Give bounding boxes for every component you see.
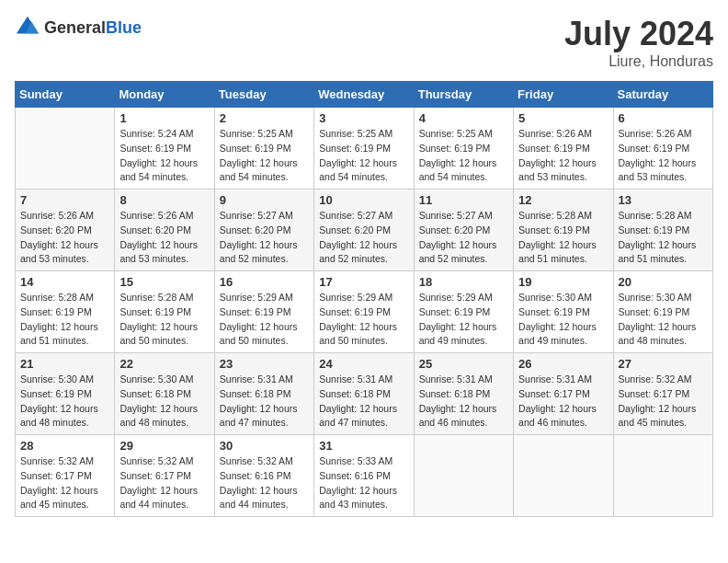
- day-number: 30: [220, 439, 309, 453]
- day-number: 22: [119, 357, 209, 371]
- day-info: Sunrise: 5:32 AM Sunset: 6:17 PM Dayligh…: [20, 454, 109, 512]
- day-number: 2: [220, 111, 309, 125]
- calendar-cell: 27Sunrise: 5:32 AM Sunset: 6:17 PM Dayli…: [613, 353, 712, 435]
- calendar-cell: [16, 108, 115, 190]
- day-number: 19: [518, 275, 608, 289]
- day-number: 20: [619, 275, 708, 289]
- calendar-cell: 11Sunrise: 5:27 AM Sunset: 6:20 PM Dayli…: [414, 190, 513, 271]
- logo-blue: Blue: [106, 18, 142, 37]
- day-info: Sunrise: 5:27 AM Sunset: 6:20 PM Dayligh…: [220, 209, 309, 267]
- day-info: Sunrise: 5:26 AM Sunset: 6:20 PM Dayligh…: [119, 209, 209, 267]
- calendar-cell: 28Sunrise: 5:32 AM Sunset: 6:17 PM Dayli…: [16, 435, 115, 517]
- day-info: Sunrise: 5:25 AM Sunset: 6:19 PM Dayligh…: [319, 127, 408, 185]
- header-tuesday: Tuesday: [214, 82, 313, 108]
- day-info: Sunrise: 5:31 AM Sunset: 6:18 PM Dayligh…: [419, 373, 508, 431]
- day-info: Sunrise: 5:29 AM Sunset: 6:19 PM Dayligh…: [319, 291, 408, 349]
- calendar-cell: 9Sunrise: 5:27 AM Sunset: 6:20 PM Daylig…: [214, 190, 313, 271]
- header-wednesday: Wednesday: [314, 82, 414, 108]
- day-info: Sunrise: 5:31 AM Sunset: 6:18 PM Dayligh…: [319, 373, 408, 431]
- calendar-cell: 25Sunrise: 5:31 AM Sunset: 6:18 PM Dayli…: [414, 353, 513, 435]
- calendar-cell: 21Sunrise: 5:30 AM Sunset: 6:19 PM Dayli…: [16, 353, 115, 435]
- day-info: Sunrise: 5:28 AM Sunset: 6:19 PM Dayligh…: [518, 209, 608, 267]
- calendar-cell: 15Sunrise: 5:28 AM Sunset: 6:19 PM Dayli…: [115, 271, 214, 353]
- day-info: Sunrise: 5:26 AM Sunset: 6:19 PM Dayligh…: [518, 127, 608, 185]
- calendar-cell: 2Sunrise: 5:25 AM Sunset: 6:19 PM Daylig…: [214, 108, 313, 190]
- calendar-cell: 14Sunrise: 5:28 AM Sunset: 6:19 PM Dayli…: [16, 271, 115, 353]
- day-info: Sunrise: 5:32 AM Sunset: 6:17 PM Dayligh…: [619, 373, 708, 431]
- calendar-week-3: 14Sunrise: 5:28 AM Sunset: 6:19 PM Dayli…: [16, 271, 713, 353]
- day-number: 21: [20, 357, 109, 371]
- day-number: 18: [419, 275, 508, 289]
- calendar-cell: 31Sunrise: 5:33 AM Sunset: 6:16 PM Dayli…: [314, 435, 414, 517]
- day-info: Sunrise: 5:32 AM Sunset: 6:17 PM Dayligh…: [119, 454, 209, 512]
- day-info: Sunrise: 5:28 AM Sunset: 6:19 PM Dayligh…: [619, 209, 708, 267]
- day-info: Sunrise: 5:27 AM Sunset: 6:20 PM Dayligh…: [419, 209, 508, 267]
- day-number: 7: [20, 193, 109, 207]
- day-info: Sunrise: 5:28 AM Sunset: 6:19 PM Dayligh…: [20, 291, 109, 349]
- day-number: 5: [518, 111, 608, 125]
- day-number: 15: [119, 275, 209, 289]
- logo-general: General: [44, 18, 106, 37]
- day-number: 6: [619, 111, 708, 125]
- header-monday: Monday: [115, 82, 214, 108]
- day-number: 29: [119, 439, 209, 453]
- day-info: Sunrise: 5:24 AM Sunset: 6:19 PM Dayligh…: [119, 127, 209, 185]
- day-number: 4: [419, 111, 508, 125]
- calendar-cell: 3Sunrise: 5:25 AM Sunset: 6:19 PM Daylig…: [314, 108, 414, 190]
- day-info: Sunrise: 5:26 AM Sunset: 6:19 PM Dayligh…: [619, 127, 708, 185]
- day-number: 31: [319, 439, 408, 453]
- calendar-cell: 29Sunrise: 5:32 AM Sunset: 6:17 PM Dayli…: [115, 435, 214, 517]
- day-info: Sunrise: 5:32 AM Sunset: 6:16 PM Dayligh…: [220, 454, 309, 512]
- calendar-cell: 20Sunrise: 5:30 AM Sunset: 6:19 PM Dayli…: [613, 271, 712, 353]
- day-info: Sunrise: 5:27 AM Sunset: 6:20 PM Dayligh…: [319, 209, 408, 267]
- calendar-week-2: 7Sunrise: 5:26 AM Sunset: 6:20 PM Daylig…: [16, 190, 713, 271]
- day-number: 26: [518, 357, 608, 371]
- day-number: 8: [119, 193, 209, 207]
- calendar-cell: 26Sunrise: 5:31 AM Sunset: 6:17 PM Dayli…: [514, 353, 613, 435]
- day-number: 1: [119, 111, 209, 125]
- calendar-cell: [414, 435, 513, 517]
- calendar-cell: 16Sunrise: 5:29 AM Sunset: 6:19 PM Dayli…: [214, 271, 313, 353]
- day-number: 9: [220, 193, 309, 207]
- day-number: 27: [619, 357, 708, 371]
- day-info: Sunrise: 5:31 AM Sunset: 6:17 PM Dayligh…: [518, 373, 608, 431]
- calendar-cell: [514, 435, 613, 517]
- day-number: 17: [319, 275, 408, 289]
- header-friday: Friday: [514, 82, 613, 108]
- calendar-week-1: 1Sunrise: 5:24 AM Sunset: 6:19 PM Daylig…: [16, 108, 713, 190]
- day-number: 25: [419, 357, 508, 371]
- day-number: 10: [319, 193, 408, 207]
- day-number: 13: [619, 193, 708, 207]
- calendar-cell: 7Sunrise: 5:26 AM Sunset: 6:20 PM Daylig…: [16, 190, 115, 271]
- logo: GeneralBlue: [15, 15, 142, 40]
- page-header: GeneralBlue July 2024 Liure, Honduras: [15, 15, 713, 70]
- header-thursday: Thursday: [414, 82, 513, 108]
- calendar-cell: 6Sunrise: 5:26 AM Sunset: 6:19 PM Daylig…: [613, 108, 712, 190]
- day-info: Sunrise: 5:28 AM Sunset: 6:19 PM Dayligh…: [119, 291, 209, 349]
- logo-icon: [15, 15, 40, 40]
- day-info: Sunrise: 5:29 AM Sunset: 6:19 PM Dayligh…: [220, 291, 309, 349]
- day-info: Sunrise: 5:30 AM Sunset: 6:19 PM Dayligh…: [619, 291, 708, 349]
- calendar-cell: 1Sunrise: 5:24 AM Sunset: 6:19 PM Daylig…: [115, 108, 214, 190]
- day-info: Sunrise: 5:31 AM Sunset: 6:18 PM Dayligh…: [220, 373, 309, 431]
- calendar-cell: 22Sunrise: 5:30 AM Sunset: 6:18 PM Dayli…: [115, 353, 214, 435]
- logo-text: GeneralBlue: [44, 18, 142, 38]
- calendar-cell: 23Sunrise: 5:31 AM Sunset: 6:18 PM Dayli…: [214, 353, 313, 435]
- day-info: Sunrise: 5:26 AM Sunset: 6:20 PM Dayligh…: [20, 209, 109, 267]
- calendar-cell: 13Sunrise: 5:28 AM Sunset: 6:19 PM Dayli…: [613, 190, 712, 271]
- day-number: 23: [220, 357, 309, 371]
- location-title: Liure, Honduras: [564, 53, 713, 70]
- calendar-cell: 4Sunrise: 5:25 AM Sunset: 6:19 PM Daylig…: [414, 108, 513, 190]
- day-number: 14: [20, 275, 109, 289]
- day-info: Sunrise: 5:30 AM Sunset: 6:19 PM Dayligh…: [518, 291, 608, 349]
- day-info: Sunrise: 5:30 AM Sunset: 6:18 PM Dayligh…: [119, 373, 209, 431]
- day-number: 24: [319, 357, 408, 371]
- calendar-cell: 30Sunrise: 5:32 AM Sunset: 6:16 PM Dayli…: [214, 435, 313, 517]
- calendar-cell: 5Sunrise: 5:26 AM Sunset: 6:19 PM Daylig…: [514, 108, 613, 190]
- day-info: Sunrise: 5:29 AM Sunset: 6:19 PM Dayligh…: [419, 291, 508, 349]
- calendar-cell: [613, 435, 712, 517]
- day-info: Sunrise: 5:25 AM Sunset: 6:19 PM Dayligh…: [419, 127, 508, 185]
- header-sunday: Sunday: [16, 82, 115, 108]
- header-saturday: Saturday: [613, 82, 712, 108]
- month-title: July 2024: [564, 15, 713, 53]
